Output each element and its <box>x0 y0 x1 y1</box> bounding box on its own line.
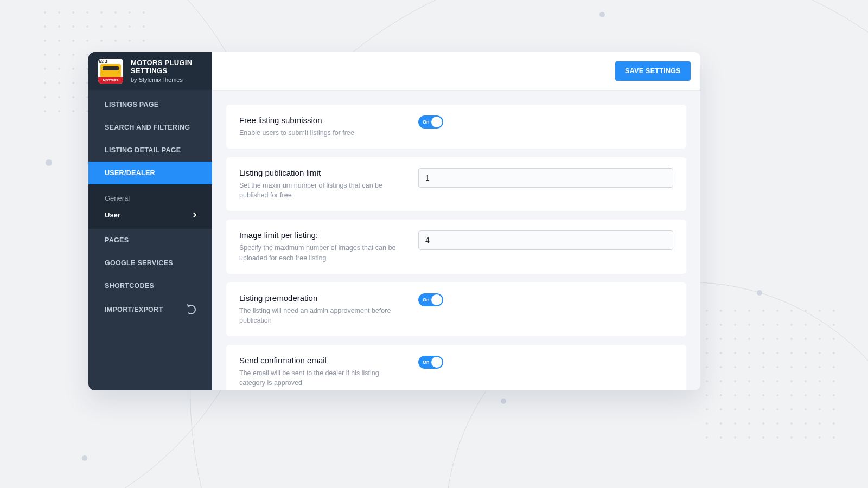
sidebar-item-search-filtering[interactable]: SEARCH AND FILTERING <box>88 116 212 139</box>
sidebar-item-label: PAGES <box>105 236 129 244</box>
sidebar-item-import-export[interactable]: IMPORT/EXPORT <box>88 297 212 322</box>
setting-free-listing: Free listing submission Enable users to … <box>226 105 686 149</box>
sidebar-item-pages[interactable]: PAGES <box>88 229 212 252</box>
setting-title: Listing premoderation <box>239 293 397 303</box>
setting-title: Send confirmation email <box>239 356 397 365</box>
setting-desc: Set the maximum number of listings that … <box>239 181 397 200</box>
sidebar-item-shortcodes[interactable]: SHORTCODES <box>88 274 212 297</box>
sidebar: WP MOTORS MOTORS PLUGIN SETTINGS by Styl… <box>88 52 212 390</box>
confirmation-email-toggle[interactable]: On <box>418 356 443 369</box>
sidebar-item-label: GOOGLE SERVICES <box>105 259 173 267</box>
setting-desc: Enable users to submit listings for free <box>239 128 397 138</box>
setting-title: Free listing submission <box>239 115 397 125</box>
premoderation-toggle[interactable]: On <box>418 293 443 306</box>
chevron-right-icon <box>192 213 197 218</box>
setting-confirmation-email: Send confirmation email The email will b… <box>226 345 686 390</box>
toggle-state-label: On <box>423 119 430 125</box>
image-limit-input[interactable] <box>418 230 673 250</box>
save-settings-button[interactable]: SAVE SETTINGS <box>615 61 691 81</box>
sidebar-item-label: LISTING DETAIL PAGE <box>105 146 181 154</box>
app-title-line1: MOTORS PLUGIN <box>131 59 192 67</box>
subnav-item-label: General <box>105 194 130 202</box>
setting-premoderation: Listing premoderation The listing will n… <box>226 282 686 336</box>
subnav-item-general[interactable]: General <box>88 190 212 207</box>
setting-desc: Specify the maximum number of images tha… <box>239 243 397 262</box>
settings-window: WP MOTORS MOTORS PLUGIN SETTINGS by Styl… <box>88 52 700 390</box>
logo-badge: MOTORS <box>103 79 119 82</box>
setting-title: Image limit per listing: <box>239 230 397 240</box>
publication-limit-input[interactable] <box>418 168 673 188</box>
sidebar-item-label: IMPORT/EXPORT <box>105 306 163 313</box>
sidebar-subnav: General User <box>88 184 212 229</box>
setting-publication-limit: Listing publication limit Set the maximu… <box>226 157 686 211</box>
sidebar-item-label: USER/DEALER <box>105 169 155 177</box>
sidebar-item-label: LISTINGS PAGE <box>105 101 159 108</box>
sidebar-item-label: SEARCH AND FILTERING <box>105 124 190 131</box>
sidebar-item-listing-detail[interactable]: LISTING DETAIL PAGE <box>88 139 212 162</box>
app-logo: WP MOTORS <box>98 59 123 84</box>
sidebar-item-google-services[interactable]: GOOGLE SERVICES <box>88 252 212 274</box>
refresh-icon <box>186 305 196 314</box>
app-title-line2: SETTINGS <box>131 67 167 75</box>
subnav-item-label: User <box>105 211 120 219</box>
settings-content: Free listing submission Enable users to … <box>212 91 700 390</box>
sidebar-item-listings-page[interactable]: LISTINGS PAGE <box>88 93 212 116</box>
subnav-item-user[interactable]: User <box>88 207 212 223</box>
sidebar-item-user-dealer[interactable]: USER/DEALER <box>88 162 212 184</box>
topbar: SAVE SETTINGS <box>212 52 700 91</box>
toggle-state-label: On <box>423 297 430 303</box>
setting-desc: The email will be sent to the dealer if … <box>239 368 397 388</box>
toggle-state-label: On <box>423 359 430 365</box>
sidebar-item-label: SHORTCODES <box>105 282 154 290</box>
sidebar-nav: LISTINGS PAGE SEARCH AND FILTERING LISTI… <box>88 90 212 322</box>
setting-desc: The listing will need an admin approveme… <box>239 306 397 325</box>
free-listing-toggle[interactable]: On <box>418 115 443 129</box>
app-subtitle: by StylemixThemes <box>131 76 192 83</box>
setting-image-limit: Image limit per listing: Specify the max… <box>226 220 686 273</box>
main-panel: SAVE SETTINGS Free listing submission En… <box>212 52 700 390</box>
sidebar-header: WP MOTORS MOTORS PLUGIN SETTINGS by Styl… <box>88 52 212 90</box>
setting-title: Listing publication limit <box>239 168 397 177</box>
